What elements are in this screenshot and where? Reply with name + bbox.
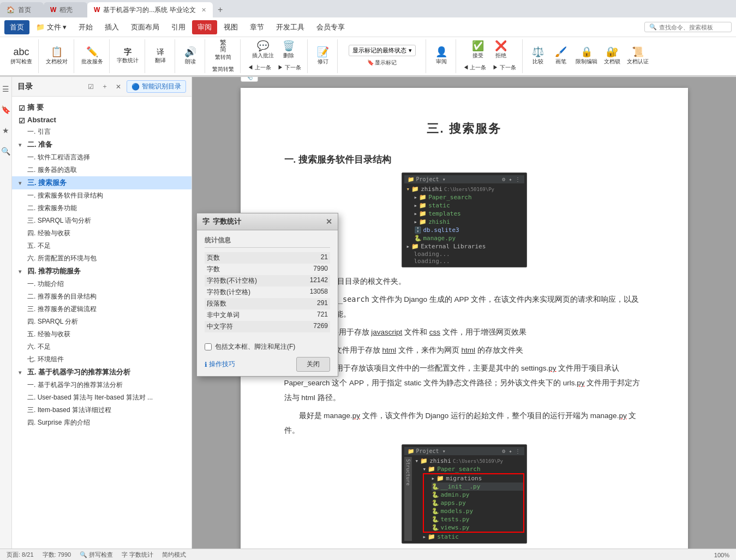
- next2-btn[interactable]: ▶ 下一条: [490, 62, 519, 73]
- tab-doc-close[interactable]: ✕: [201, 7, 206, 14]
- smart-toc-btn[interactable]: 🔵 智能识别目录: [127, 80, 186, 93]
- toc-item-user-iter[interactable]: 二. User-based 算法与 Iter-based 算法对 ...: [12, 391, 192, 404]
- tab-home[interactable]: 🏠 首页: [0, 2, 44, 17]
- toc-item-ml[interactable]: ▾ 五. 基于机器学习的推荐算法分析: [12, 366, 192, 379]
- browser-tabs: 🏠 首页 W 稻壳 W 基于机器学习的...系统 毕业论文 ✕ +: [0, 0, 736, 17]
- show-mark-dropdown[interactable]: 显示标记的最终状态 ▾: [349, 45, 416, 56]
- dialog-row-chars-nospace: 字符数(不计空格) 12142: [205, 275, 330, 287]
- menu-reference[interactable]: 引用: [166, 20, 191, 34]
- toc-item-prepare[interactable]: ▾ 二. 准备: [12, 138, 192, 151]
- menu-chapter[interactable]: 章节: [244, 20, 270, 34]
- toc-item-recommend[interactable]: ▾ 四. 推荐功能服务: [12, 265, 192, 278]
- dialog-tips-link[interactable]: ℹ 操作技巧: [205, 360, 235, 369]
- read-aloud-btn[interactable]: 🔊 朗读: [179, 45, 201, 67]
- toc-item-rec-dir[interactable]: 二. 推荐服务的目录结构: [12, 290, 192, 303]
- toc-item-ml-analysis[interactable]: 一. 基于机器学习的推荐算法分析: [12, 379, 192, 391]
- left-icon-search[interactable]: 🔍: [0, 145, 13, 158]
- add-tab-button[interactable]: +: [213, 2, 228, 17]
- toc-item-abstract-en[interactable]: ☑ Abstract: [12, 114, 192, 126]
- toc-toggle-ml[interactable]: ▾: [19, 370, 25, 376]
- fanjian-btn[interactable]: 繁简 繁转简: [212, 38, 234, 63]
- menu-layout[interactable]: 页面布局: [125, 20, 165, 34]
- show-marks-btn[interactable]: 🔖 显示标记: [364, 57, 400, 68]
- doc-check-btn[interactable]: 📋 文档校对: [43, 45, 70, 67]
- dialog-close-btn[interactable]: ✕: [326, 217, 332, 226]
- toc-item-item-based[interactable]: 三. Item-based 算法详细过程: [12, 404, 192, 416]
- tab-doc-label: 基于机器学习的...系统 毕业论文: [103, 5, 195, 15]
- menu-start[interactable]: 开始: [73, 20, 98, 34]
- toc-cb-abstract[interactable]: ☑: [19, 104, 25, 111]
- toc-item-search-dir[interactable]: 一. 搜索服务软件目录结构: [12, 189, 192, 202]
- toc-toggle-prepare[interactable]: ▾: [19, 142, 25, 148]
- correction-btn[interactable]: ✏️ 批改服务: [79, 45, 106, 67]
- toc-item-rec-flow[interactable]: 三. 推荐服务的逻辑流程: [12, 303, 192, 315]
- pt2-children: ▾📁 Paper_search ▸📁 migrations 🐍 __init__…: [415, 465, 524, 541]
- left-icon-star[interactable]: ★: [0, 124, 11, 137]
- jianfan-btn[interactable]: 繁简转繁: [210, 64, 237, 75]
- menu-view[interactable]: 视图: [218, 20, 243, 34]
- left-icon-menu[interactable]: ☰: [0, 82, 11, 96]
- draw-btn[interactable]: 🖌️ 画笔: [550, 45, 572, 67]
- float-btn-1[interactable]: 📎: [241, 77, 258, 82]
- doc-auth-btn[interactable]: 📜 文档认证: [624, 45, 651, 67]
- toc-item-sparql[interactable]: 三. SPARQL 语句分析: [12, 215, 192, 227]
- compare-btn[interactable]: ⚖️ 比较: [527, 45, 549, 67]
- prev-comment-btn[interactable]: ◀ 上一条: [245, 62, 274, 73]
- menu-member[interactable]: 会员专享: [311, 20, 350, 34]
- menu-home[interactable]: 首页: [4, 20, 29, 34]
- tab-wps[interactable]: W 稻壳: [44, 2, 87, 17]
- menu-review[interactable]: 审阅: [192, 20, 217, 34]
- toolbar-group-doccheck: 📋 文档校对: [40, 39, 74, 73]
- next-comment-btn[interactable]: ▶ 下一条: [275, 62, 304, 73]
- toc-item-intro[interactable]: 一. 引言: [12, 126, 192, 138]
- toolbar-group-accept-reject: ✅ 接受 ❌ 拒绝 ◀ 上一条 ▶ 下一条: [457, 39, 523, 73]
- dialog-checkbox-label[interactable]: 包括文本框、脚注和尾注(F): [205, 342, 330, 352]
- smart-toc-label: 智能识别目录: [142, 82, 181, 91]
- menu-file[interactable]: 📁 文件 ▾: [31, 20, 72, 34]
- reject-btn[interactable]: ❌ 拒绝: [490, 39, 512, 61]
- left-icon-bookmark[interactable]: 🔖: [0, 103, 13, 116]
- menu-insert[interactable]: 插入: [99, 20, 124, 34]
- toc-cb-abstract-en[interactable]: ☑: [19, 117, 25, 123]
- audit-btn[interactable]: 👤 审阅: [430, 45, 452, 67]
- accept-btn[interactable]: ✅ 接受: [467, 39, 489, 61]
- toc-item-search-func[interactable]: 二. 搜索服务功能: [12, 202, 192, 215]
- toc-item-env[interactable]: 六. 所需配置的环境与包: [12, 252, 192, 265]
- ribbon-search-input[interactable]: [659, 24, 725, 31]
- limit-edit-btn[interactable]: 🔒 限制编辑: [573, 45, 600, 67]
- toc-item-sparql2[interactable]: 四. SPARQL 分析: [12, 315, 192, 328]
- wordcount-btn[interactable]: 字 字数统计: [114, 46, 141, 66]
- tab-doc[interactable]: W 基于机器学习的...系统 毕业论文 ✕: [87, 2, 213, 17]
- toc-item-abstract[interactable]: ☑ 摘 要: [12, 101, 192, 114]
- spell-check-btn[interactable]: abc 拼写检查: [8, 45, 35, 67]
- toc-item-search[interactable]: ▾ 三. 搜索服务: [12, 176, 192, 189]
- toc-item-server[interactable]: 二. 服务器的选取: [12, 164, 192, 176]
- ribbon-search-box[interactable]: 🔍: [644, 22, 732, 32]
- toc-item-lack[interactable]: 五. 不足: [12, 240, 192, 252]
- toc-close-icon[interactable]: ✕: [113, 82, 123, 92]
- revise-btn[interactable]: 📝 修订: [312, 45, 334, 67]
- prev2-btn[interactable]: ◀ 上一条: [460, 62, 489, 73]
- toc-item-exp[interactable]: 四. 经验与收获: [12, 227, 192, 240]
- delete-comment-btn[interactable]: 🗑️ 删除: [278, 39, 300, 61]
- pt1-children: ▸📁 Paper_search ▸📁 static ▸📁 templates ▸…: [406, 193, 524, 242]
- translate-btn[interactable]: 译 翻译: [149, 46, 171, 66]
- dialog-footer: 包括文本框、脚注和尾注(F) ℹ 操作技巧 关闭: [197, 338, 338, 376]
- toolbar-group-revise: 📝 修订: [309, 39, 338, 73]
- toc-item-lang[interactable]: 一. 软件工程语言选择: [12, 151, 192, 164]
- toc-item-lack2[interactable]: 六. 不足: [12, 341, 192, 353]
- doc-lock-btn[interactable]: 🔐 文档锁: [601, 45, 623, 67]
- toc-item-surprise[interactable]: 四. Surprise 库的介绍: [12, 416, 192, 429]
- dialog-row-pages: 页数 21: [205, 252, 330, 264]
- menu-devtools[interactable]: 开发工具: [271, 20, 310, 34]
- toc-item-exp2[interactable]: 五. 经验与收获: [12, 328, 192, 341]
- dialog-checkbox[interactable]: [205, 343, 212, 350]
- toc-add-icon[interactable]: ＋: [99, 81, 110, 92]
- dialog-close-button[interactable]: 关闭: [296, 357, 330, 372]
- toc-item-env-comp[interactable]: 七. 环境组件: [12, 353, 192, 366]
- toc-expand-icon[interactable]: ☑: [86, 82, 96, 92]
- insert-comment-btn[interactable]: 💬 插入批注: [249, 39, 277, 61]
- toc-toggle-search[interactable]: ▾: [19, 180, 25, 186]
- toc-toggle-recommend[interactable]: ▾: [19, 269, 25, 275]
- toc-item-func-intro[interactable]: 一. 功能介绍: [12, 278, 192, 290]
